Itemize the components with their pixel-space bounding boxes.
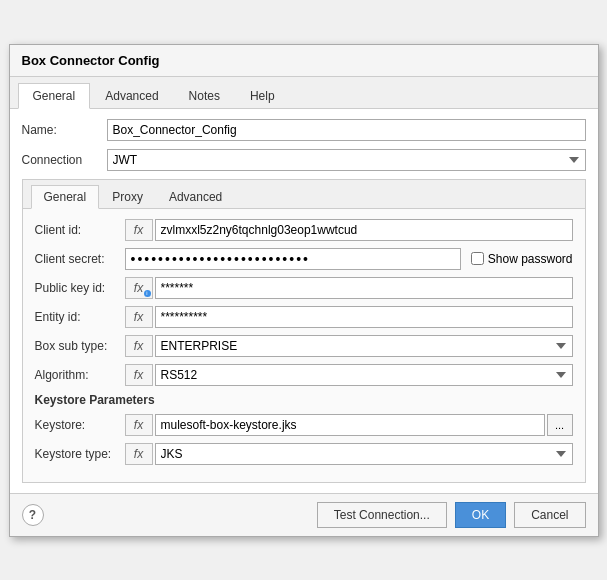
algorithm-row: Algorithm: fx RS512 RS256 bbox=[35, 364, 573, 386]
public-key-id-label: Public key id: bbox=[35, 281, 125, 295]
dialog: Box Connector Config General Advanced No… bbox=[9, 44, 599, 537]
inner-tab-advanced[interactable]: Advanced bbox=[156, 185, 235, 208]
keystore-type-row: Keystore type: fx JKS PKCS12 bbox=[35, 443, 573, 465]
keystore-fx-btn[interactable]: fx bbox=[125, 414, 153, 436]
box-sub-type-row: Box sub type: fx ENTERPRISE USER bbox=[35, 335, 573, 357]
show-password-label: Show password bbox=[488, 252, 573, 266]
name-label: Name: bbox=[22, 123, 107, 137]
dialog-title: Box Connector Config bbox=[10, 45, 598, 77]
name-input[interactable] bbox=[107, 119, 586, 141]
client-secret-input[interactable] bbox=[125, 248, 461, 270]
client-id-fx-btn[interactable]: fx bbox=[125, 219, 153, 241]
dialog-body: Name: Connection JWT General Proxy Advan… bbox=[10, 109, 598, 493]
client-id-row: Client id: fx bbox=[35, 219, 573, 241]
test-connection-button[interactable]: Test Connection... bbox=[317, 502, 447, 528]
ok-button[interactable]: OK bbox=[455, 502, 506, 528]
keystore-type-fx-btn[interactable]: fx bbox=[125, 443, 153, 465]
inner-panel: General Proxy Advanced Client id: fx Cli… bbox=[22, 179, 586, 483]
entity-id-input[interactable] bbox=[155, 306, 573, 328]
inner-tab-bar: General Proxy Advanced bbox=[23, 180, 585, 209]
tab-advanced[interactable]: Advanced bbox=[90, 83, 173, 108]
algorithm-fx-btn[interactable]: fx bbox=[125, 364, 153, 386]
inner-tab-proxy[interactable]: Proxy bbox=[99, 185, 156, 208]
help-button[interactable]: ? bbox=[22, 504, 44, 526]
show-password-wrap: Show password bbox=[471, 252, 573, 266]
keystore-type-select[interactable]: JKS PKCS12 bbox=[155, 443, 573, 465]
info-dot: i bbox=[144, 290, 151, 297]
connection-select[interactable]: JWT bbox=[107, 149, 586, 171]
inner-tab-general[interactable]: General bbox=[31, 185, 100, 209]
tab-help[interactable]: Help bbox=[235, 83, 290, 108]
name-row: Name: bbox=[22, 119, 586, 141]
keystore-input-wrap: ... bbox=[155, 414, 573, 436]
tab-notes[interactable]: Notes bbox=[174, 83, 235, 108]
footer-left: ? bbox=[22, 504, 309, 526]
client-secret-row: Client secret: Show password bbox=[35, 248, 573, 270]
connection-label: Connection bbox=[22, 153, 107, 167]
box-sub-type-label: Box sub type: bbox=[35, 339, 125, 353]
client-id-label: Client id: bbox=[35, 223, 125, 237]
box-sub-type-select[interactable]: ENTERPRISE USER bbox=[155, 335, 573, 357]
outer-tab-bar: General Advanced Notes Help bbox=[10, 77, 598, 109]
show-password-checkbox[interactable] bbox=[471, 252, 484, 265]
keystore-type-label: Keystore type: bbox=[35, 447, 125, 461]
public-key-id-fx-btn[interactable]: fx i bbox=[125, 277, 153, 299]
entity-id-fx-btn[interactable]: fx bbox=[125, 306, 153, 328]
entity-id-label: Entity id: bbox=[35, 310, 125, 324]
keystore-section-title: Keystore Parameters bbox=[35, 393, 573, 407]
dialog-footer: ? Test Connection... OK Cancel bbox=[10, 493, 598, 536]
box-sub-type-fx-btn[interactable]: fx bbox=[125, 335, 153, 357]
keystore-input[interactable] bbox=[155, 414, 545, 436]
algorithm-select[interactable]: RS512 RS256 bbox=[155, 364, 573, 386]
tab-general[interactable]: General bbox=[18, 83, 91, 109]
keystore-row: Keystore: fx ... bbox=[35, 414, 573, 436]
public-key-id-input[interactable] bbox=[155, 277, 573, 299]
algorithm-label: Algorithm: bbox=[35, 368, 125, 382]
client-id-input[interactable] bbox=[155, 219, 573, 241]
inner-body: Client id: fx Client secret: Show passwo… bbox=[23, 209, 585, 482]
entity-id-row: Entity id: fx bbox=[35, 306, 573, 328]
connection-row: Connection JWT bbox=[22, 149, 586, 171]
client-secret-wrap: Show password bbox=[125, 248, 573, 270]
keystore-label: Keystore: bbox=[35, 418, 125, 432]
cancel-button[interactable]: Cancel bbox=[514, 502, 585, 528]
client-secret-label: Client secret: bbox=[35, 252, 125, 266]
public-key-id-row: Public key id: fx i bbox=[35, 277, 573, 299]
browse-button[interactable]: ... bbox=[547, 414, 573, 436]
